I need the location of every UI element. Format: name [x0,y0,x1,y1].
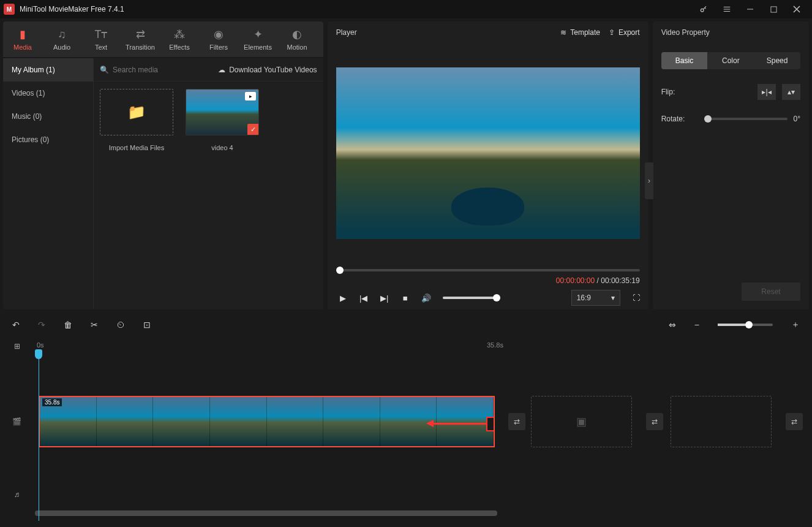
transition-button[interactable]: ⇄ [646,413,663,430]
layers-icon: ≋ [560,28,566,37]
property-panel: Video Property Basic Color Speed Flip: ▸… [653,21,809,309]
search-input[interactable] [113,66,208,74]
tab-audio[interactable]: ♫Audio [42,21,81,57]
property-title: Video Property [661,28,710,37]
fullscreen-button[interactable]: ⛶ [633,294,640,302]
sidebar-item-myalbum[interactable]: My Album (1) [3,58,93,82]
menu-icon[interactable] [715,0,739,18]
template-button[interactable]: ≋ Template [560,28,600,37]
video-track-icon: 🎬 [0,393,34,450]
prev-frame-button[interactable]: |◀ [357,294,370,303]
star-icon: ✦ [254,28,263,41]
minimize-button[interactable] [739,0,762,18]
media-thumbnail-video4[interactable]: ▸ ✓ video 4 [186,89,259,151]
folder-icon: 📁 [127,104,146,121]
aspect-ratio-select[interactable]: 16:9 ▾ [571,290,620,306]
tab-filters[interactable]: ◉Filters [199,21,238,57]
check-icon: ✓ [247,124,258,135]
chevron-down-icon: ▾ [611,294,615,302]
play-button[interactable]: ▶ [336,294,350,303]
player-title: Player [336,28,357,37]
trim-handle[interactable]: ↔ [486,417,495,431]
flip-label: Flip: [661,88,698,96]
motion-icon: ◐ [292,28,302,41]
media-panel: ▮Media ♫Audio TᴛText ⇄Transition ⁂Effect… [3,21,323,309]
folder-icon: ▮ [20,28,26,41]
search-icon: 🔍 [100,66,109,74]
app-logo-icon: M [4,4,15,15]
property-tab-color[interactable]: Color [707,52,754,69]
next-frame-button[interactable]: ▶| [378,294,391,303]
timeline-scrollbar[interactable] [35,510,806,516]
volume-slider[interactable] [443,297,498,299]
transition-button[interactable]: ⇄ [508,413,525,430]
zoom-out-button[interactable]: − [694,320,699,330]
sidebar-item-music[interactable]: Music (0) [3,105,93,128]
tab-effects[interactable]: ⁂Effects [160,21,199,57]
tab-motion[interactable]: ◐Motion [277,21,317,57]
filter-icon: ◉ [214,28,224,41]
app-title: MiniTool MovieMaker Free 7.4.1 [20,5,124,13]
arrow-annotation [426,420,487,427]
flip-horizontal-button[interactable]: ▸|◂ [757,84,776,100]
reset-button[interactable]: Reset [742,282,800,301]
key-icon[interactable] [692,0,715,18]
panel-expand-button[interactable]: › [645,162,653,199]
split-button[interactable]: ✂ [91,320,98,330]
crop-button[interactable]: ⊡ [143,320,151,330]
zoom-slider[interactable] [718,324,773,326]
transition-button[interactable]: ⇄ [786,413,803,430]
empty-clip-slot[interactable] [671,396,772,447]
tab-transition[interactable]: ⇄Transition [121,21,160,57]
text-icon: Tᴛ [95,28,108,41]
album-sidebar: My Album (1) Videos (1) Music (0) Pictur… [3,58,94,309]
sparkle-icon: ⁂ [174,28,185,41]
player-preview[interactable] [336,67,640,239]
tab-media[interactable]: ▮Media [3,21,42,57]
property-tab-speed[interactable]: Speed [754,52,800,69]
maximize-button[interactable] [762,0,785,18]
svg-rect-1 [770,6,776,12]
playhead[interactable] [39,349,39,521]
clip-duration-label: 35.8s [42,398,62,406]
close-button[interactable] [785,0,808,18]
add-track-button[interactable]: ⊞ [0,337,34,355]
player-panel: Player ≋ Template ⇪ Export 00:00:00:00 /… [328,21,648,309]
undo-button[interactable]: ↶ [12,320,20,330]
export-icon: ⇪ [609,28,615,37]
main-toolbar: ▮Media ♫Audio TᴛText ⇄Transition ⁂Effect… [3,21,323,58]
zoom-in-button[interactable]: ＋ [791,319,800,330]
video-badge-icon: ▸ [245,92,256,100]
audio-track[interactable] [34,479,806,510]
tab-text[interactable]: TᴛText [81,21,121,57]
rotate-value: 0° [794,115,800,123]
timeline-ruler[interactable]: 0s 35.8s [34,337,812,355]
volume-icon[interactable]: 🔊 [419,294,433,303]
rotate-slider[interactable] [704,118,788,120]
player-scrubber[interactable] [336,269,640,271]
delete-button[interactable]: 🗑 [64,320,72,330]
stop-button[interactable]: ■ [399,294,412,303]
music-icon: ♫ [58,28,66,41]
video-clip[interactable]: 35.8s ↔ [39,396,495,447]
sidebar-item-pictures[interactable]: Pictures (0) [3,128,93,151]
fit-timeline-button[interactable]: ⇔ [669,320,676,330]
empty-clip-slot[interactable]: ▣ [531,396,632,447]
video-track[interactable]: 35.8s ↔ ⇄ ▣ ⇄ ⇄ [34,393,806,450]
sidebar-item-videos[interactable]: Videos (1) [3,82,93,105]
property-tab-basic[interactable]: Basic [661,52,708,69]
swap-icon: ⇄ [136,28,145,41]
player-timecode: 00:00:00:00 / 00:00:35:19 [336,276,640,285]
speed-button[interactable]: ⏲ [116,320,125,330]
flip-vertical-button[interactable]: ▴▾ [782,84,800,100]
tab-elements[interactable]: ✦Elements [238,21,277,57]
download-youtube-button[interactable]: ☁ Download YouTube Videos [218,66,317,74]
redo-button[interactable]: ↷ [38,320,45,330]
audio-track-icon: ♬ [0,479,34,510]
rotate-label: Rotate: [661,115,698,123]
timeline: ⊞ 🎬 ♬ 0s 35.8s 35.8s ↔ ⇄ ▣ ⇄ ⇄ [0,337,812,521]
title-bar: M MiniTool MovieMaker Free 7.4.1 [0,0,812,18]
import-media-button[interactable]: 📁 Import Media Files [100,89,173,151]
cloud-download-icon: ☁ [218,66,225,74]
export-button[interactable]: ⇪ Export [609,28,640,37]
